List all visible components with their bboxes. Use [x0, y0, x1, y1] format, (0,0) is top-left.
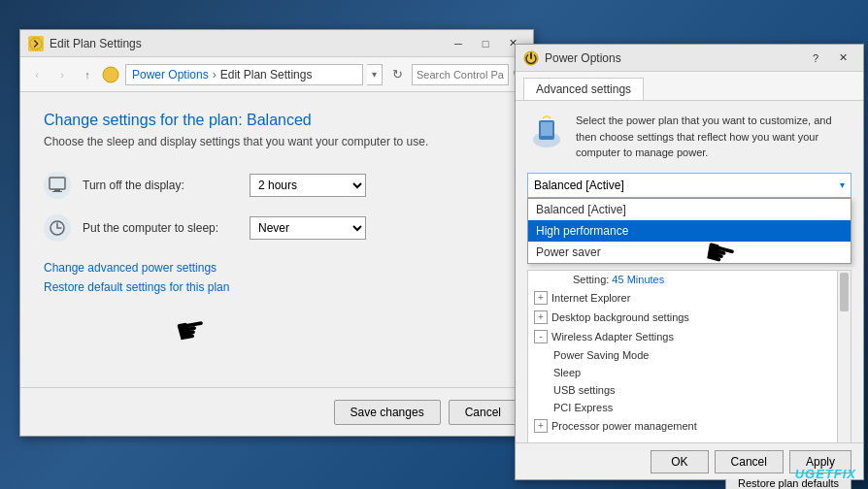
power-options-titlebar: Power Options ? ✕: [516, 45, 863, 72]
tree-item-pci[interactable]: PCI Express: [528, 399, 851, 416]
address-bar: ‹ › ↑ Power Options › Edit Plan Settings…: [20, 57, 533, 92]
tree-item-usb[interactable]: USB settings: [528, 381, 851, 399]
tree-pci-label: PCI Express: [553, 402, 613, 413]
refresh-button[interactable]: ↻: [386, 64, 408, 85]
plan-subheading: Choose the sleep and display settings th…: [44, 135, 510, 148]
expand-icon-desktop[interactable]: +: [534, 310, 548, 324]
dropdown-item-balanced[interactable]: Balanced [Active]: [528, 199, 851, 220]
edit-plan-title: Edit Plan Settings: [50, 37, 446, 50]
expand-icon-proc[interactable]: +: [534, 419, 548, 433]
forward-button[interactable]: ›: [51, 64, 73, 85]
edit-plan-content: Change settings for the plan: Balanced C…: [20, 92, 533, 319]
po-cancel-button[interactable]: Cancel: [715, 450, 784, 473]
restore-defaults-link[interactable]: Restore default settings for this plan: [44, 280, 510, 294]
display-setting-row: Turn off the display: 2 hours 1 hour 30 …: [44, 172, 510, 199]
svg-rect-2: [50, 178, 65, 189]
edit-plan-controls: ─ □ ✕: [446, 34, 525, 53]
address-path[interactable]: Power Options › Edit Plan Settings: [125, 64, 363, 85]
po-description-row: Select the power plan that you want to c…: [527, 113, 851, 161]
sleep-icon: [44, 214, 71, 242]
address-path-part2: Edit Plan Settings: [220, 68, 313, 82]
tree-item-desktop-bg[interactable]: + Desktop background settings: [528, 308, 851, 327]
address-dropdown[interactable]: ▾: [367, 64, 383, 85]
watermark: UGETFIX: [795, 466, 856, 481]
sleep-select[interactable]: Never 1 hour 2 hours: [250, 216, 366, 240]
tree-item-setting[interactable]: Setting: 45 Minutes: [528, 271, 851, 288]
sleep-setting-row: Put the computer to sleep: Never 1 hour …: [44, 214, 510, 242]
display-icon: [44, 172, 71, 199]
watermark-text: UGETFIX: [795, 467, 856, 481]
links-section: Change advanced power settings Restore d…: [44, 261, 510, 294]
plan-heading: Change settings for the plan: Balanced: [44, 112, 510, 129]
svg-rect-3: [54, 189, 60, 191]
po-dropdown-list: Balanced [Active] High performance Power…: [527, 198, 851, 264]
minimize-button[interactable]: ─: [446, 34, 471, 53]
tree-item-power-saving[interactable]: Power Saving Mode: [528, 346, 851, 364]
po-content: Select the power plan that you want to c…: [516, 101, 863, 489]
advanced-settings-link[interactable]: Change advanced power settings: [44, 261, 510, 275]
back-button[interactable]: ‹: [26, 64, 48, 85]
expand-icon[interactable]: +: [534, 291, 548, 305]
tree-sleep-label: Sleep: [553, 367, 581, 378]
save-changes-button[interactable]: Save changes: [334, 400, 441, 425]
search-input[interactable]: [412, 64, 509, 85]
edit-plan-titlebar: Edit Plan Settings ─ □ ✕: [20, 30, 533, 57]
display-select[interactable]: 2 hours 1 hour 30 minutes Never: [250, 174, 366, 197]
tree-item-wireless[interactable]: - Wireless Adapter Settings: [528, 327, 851, 346]
po-desc-icon: [527, 113, 566, 151]
svg-rect-9: [541, 122, 552, 136]
chevron-down-icon: ▾: [840, 179, 845, 190]
po-plan-dropdown[interactable]: Balanced [Active] ▾: [527, 173, 851, 198]
po-tree: Setting: 45 Minutes + Internet Explorer …: [527, 270, 851, 464]
po-dropdown-selected: Balanced [Active]: [534, 179, 624, 192]
tree-usb-label: USB settings: [553, 384, 616, 396]
po-help-button[interactable]: ?: [803, 49, 828, 68]
po-description-text: Select the power plan that you want to c…: [576, 113, 851, 161]
dropdown-item-power-saver[interactable]: Power saver: [528, 242, 851, 263]
collapse-icon-wireless[interactable]: -: [534, 330, 548, 343]
svg-point-1: [103, 67, 118, 82]
power-options-icon: [523, 50, 539, 66]
tree-item-sleep[interactable]: Sleep: [528, 364, 851, 381]
maximize-button[interactable]: □: [473, 34, 498, 53]
dropdown-item-high-perf[interactable]: High performance: [528, 220, 851, 242]
edit-plan-footer: Save changes Cancel: [20, 387, 533, 436]
edit-plan-window: Edit Plan Settings ─ □ ✕ ‹ › ↑ Power Opt…: [19, 29, 534, 437]
tab-advanced-settings[interactable]: Advanced settings: [523, 78, 644, 100]
po-plan-dropdown-container: Balanced [Active] ▾ Balanced [Active] Hi…: [527, 173, 851, 198]
po-close-button[interactable]: ✕: [830, 49, 855, 68]
power-options-window: Power Options ? ✕ Advanced settings Sele…: [515, 44, 864, 480]
power-options-title: Power Options: [545, 51, 803, 65]
tree-wireless-label: Wireless Adapter Settings: [551, 331, 674, 342]
display-label: Turn off the display:: [83, 179, 238, 192]
tree-power-saving-label: Power Saving Mode: [553, 349, 649, 361]
tree-ie-label: Internet Explorer: [551, 292, 630, 304]
tree-label: Setting: 45 Minutes: [573, 274, 664, 285]
power-options-controls: ? ✕: [803, 49, 855, 68]
scrollbar-thumb[interactable]: [840, 273, 849, 311]
po-tabs: Advanced settings: [516, 72, 863, 101]
tree-desktop-label: Desktop background settings: [551, 311, 689, 323]
tree-item-processor[interactable]: + Processor power management: [528, 416, 851, 436]
tree-item-ie[interactable]: + Internet Explorer: [528, 288, 851, 308]
tree-scrollbar[interactable]: [837, 271, 851, 463]
svg-point-0: [30, 37, 42, 49]
address-path-part1: Power Options: [132, 68, 209, 82]
sleep-label: Put the computer to sleep:: [83, 221, 238, 235]
cancel-button[interactable]: Cancel: [449, 400, 517, 425]
po-ok-button[interactable]: OK: [651, 450, 708, 473]
address-separator: ›: [213, 68, 217, 82]
edit-plan-titlebar-icon: [28, 36, 44, 51]
svg-rect-4: [52, 191, 62, 192]
tree-proc-label: Processor power management: [551, 420, 697, 432]
up-button[interactable]: ↑: [77, 64, 98, 85]
